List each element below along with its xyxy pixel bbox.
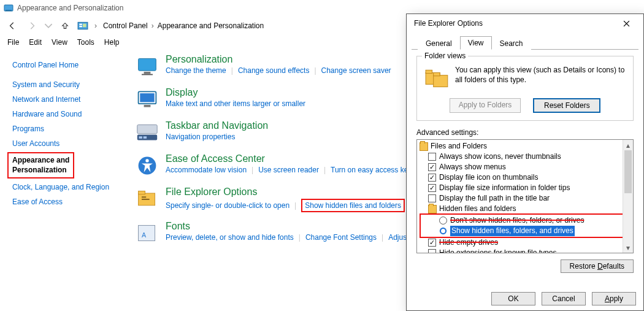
cat-title-fonts[interactable]: Fonts: [166, 221, 416, 232]
cat-title-taskbar[interactable]: Taskbar and Navigation: [166, 120, 268, 131]
sidebar-home[interactable]: Control Panel Home: [12, 58, 126, 72]
cat-title-feo[interactable]: File Explorer Options: [166, 186, 405, 198]
tree-radio-dont-show[interactable]: Don't show hidden files, folders, or dri…: [422, 215, 629, 226]
link-nav-props[interactable]: Navigation properties: [166, 132, 235, 141]
tree-label: Hide empty drives: [439, 237, 498, 248]
link-change-sound[interactable]: Change sound effects: [238, 66, 310, 75]
folder-views-group: Folder views You can apply this view (su…: [416, 56, 634, 121]
sidebar-item-programs[interactable]: Programs: [12, 121, 126, 136]
tab-view[interactable]: View: [460, 36, 492, 50]
apply-button[interactable]: Apply: [592, 292, 636, 305]
forward-button[interactable]: [25, 18, 39, 33]
svg-rect-15: [137, 125, 157, 133]
tree-item[interactable]: Hide extensions for known file types: [420, 248, 632, 253]
dialog-body: Folder views You can apply this view (su…: [407, 50, 643, 278]
tree-item[interactable]: Always show icons, never thumbnails: [420, 152, 632, 162]
checkbox[interactable]: [428, 184, 436, 192]
tab-search[interactable]: Search: [492, 37, 531, 50]
link-text-size[interactable]: Make text and other items larger or smal…: [166, 99, 305, 108]
link-change-screensaver[interactable]: Change screen saver: [321, 66, 391, 75]
tree-label: Hide extensions for known file types: [439, 248, 556, 253]
link-easy-keys[interactable]: Turn on easy access keys: [331, 166, 415, 174]
checkbox[interactable]: [428, 153, 436, 161]
sidebar: Control Panel Home System and Security N…: [12, 54, 126, 254]
ok-button[interactable]: OK: [491, 292, 535, 305]
tree-label: Files and Folders: [431, 141, 487, 152]
checkbox[interactable]: [428, 249, 436, 253]
menu-edit[interactable]: Edit: [25, 37, 45, 48]
svg-rect-19: [139, 191, 145, 194]
breadcrumb-sep: ›: [93, 21, 98, 30]
sidebar-item-hardware[interactable]: Hardware and Sound: [12, 107, 126, 121]
menu-tools[interactable]: Tools: [74, 37, 98, 48]
tree-item[interactable]: Always show menus: [420, 162, 632, 172]
close-button[interactable]: [614, 15, 638, 31]
sidebar-active-label2: Personalization: [12, 166, 67, 174]
link-low-vision[interactable]: Accommodate low vision: [166, 166, 247, 174]
link-show-hidden[interactable]: Show hidden files and folders: [305, 201, 401, 210]
menu-file[interactable]: File: [4, 37, 23, 48]
svg-rect-10: [140, 93, 154, 102]
tree-label: Display file size information in folder …: [439, 183, 570, 193]
cancel-button[interactable]: Cancel: [542, 292, 586, 305]
restore-defaults-button[interactable]: Restore Defaults: [561, 259, 634, 273]
link-screen-reader[interactable]: Use screen reader: [258, 166, 319, 174]
cat-title-personalization[interactable]: Personalization: [166, 54, 391, 65]
back-button[interactable]: [5, 18, 20, 33]
svg-rect-8: [142, 74, 153, 75]
link-click-open[interactable]: Specify single- or double-click to open: [166, 201, 289, 210]
checkbox[interactable]: [428, 163, 436, 171]
sidebar-item-ease[interactable]: Ease of Access: [12, 194, 126, 209]
scroll-up-icon[interactable]: ▴: [623, 140, 633, 150]
link-change-theme[interactable]: Change the theme: [166, 66, 226, 75]
link-preview-fonts[interactable]: Preview, delete, or show and hide fonts: [166, 233, 294, 242]
tree-item[interactable]: Display file icon on thumbnails: [420, 172, 632, 183]
folder-icon: [420, 142, 428, 151]
checkbox[interactable]: [428, 174, 436, 182]
advanced-settings-label: Advanced settings:: [416, 128, 634, 137]
tree-item[interactable]: Display file size information in folder …: [420, 183, 632, 193]
menu-view[interactable]: View: [48, 37, 71, 48]
svg-text:A: A: [142, 231, 147, 239]
svg-rect-3: [79, 24, 82, 25]
sidebar-item-system[interactable]: System and Security: [12, 77, 126, 92]
sidebar-item-appearance[interactable]: Appearance and Personalization: [12, 156, 69, 175]
reset-folders-button[interactable]: Reset Folders: [533, 98, 600, 113]
scroll-down-icon[interactable]: ▾: [623, 242, 633, 253]
sidebar-item-users[interactable]: User Accounts: [12, 136, 126, 151]
scroll-thumb[interactable]: [624, 150, 632, 193]
folder-views-text: You can apply this view (such as Details…: [455, 65, 627, 93]
breadcrumb-item[interactable]: Control Panel: [103, 21, 148, 30]
radio[interactable]: [439, 217, 447, 225]
dialog-titlebar: File Explorer Options: [407, 14, 643, 33]
cat-title-display[interactable]: Display: [166, 87, 305, 98]
sidebar-item-network[interactable]: Network and Internet: [12, 92, 126, 107]
ease-icon: [135, 153, 159, 178]
checkbox[interactable]: [428, 239, 436, 247]
breadcrumb-item[interactable]: Appearance and Personalization: [158, 21, 264, 30]
tree-item[interactable]: Hide empty drives: [420, 237, 632, 248]
radio[interactable]: [439, 227, 447, 235]
sidebar-item-clock[interactable]: Clock, Language, and Region: [12, 180, 126, 194]
scrollbar[interactable]: ▴ ▾: [623, 140, 633, 253]
apply-to-folders-button[interactable]: Apply to Folders: [450, 98, 521, 113]
file-explorer-options-dialog: File Explorer Options General View Searc…: [406, 13, 644, 311]
folder-views-icon: [424, 66, 450, 92]
history-dropdown[interactable]: [44, 18, 53, 33]
up-button[interactable]: [58, 18, 72, 33]
tree-label: Display file icon on thumbnails: [439, 172, 538, 183]
checkbox[interactable]: [428, 194, 436, 202]
tree-item[interactable]: Display the full path in the title bar: [420, 193, 632, 204]
advanced-settings-tree[interactable]: Files and Folders Always show icons, nev…: [416, 139, 634, 253]
tab-general[interactable]: General: [418, 37, 460, 50]
dialog-title: File Explorer Options: [412, 19, 614, 28]
menu-help[interactable]: Help: [101, 37, 123, 48]
svg-rect-13: [139, 136, 142, 139]
cat-title-ease[interactable]: Ease of Access Center: [166, 153, 415, 164]
sidebar-active-label1: Appearance and: [12, 156, 69, 164]
svg-rect-7: [144, 72, 151, 74]
link-font-settings[interactable]: Change Font Settings: [305, 233, 377, 242]
svg-rect-27: [434, 73, 440, 76]
tree-radio-show-hidden[interactable]: Show hidden files, folders, and drives: [422, 226, 629, 236]
tree-label: Hidden files and folders: [439, 204, 516, 214]
